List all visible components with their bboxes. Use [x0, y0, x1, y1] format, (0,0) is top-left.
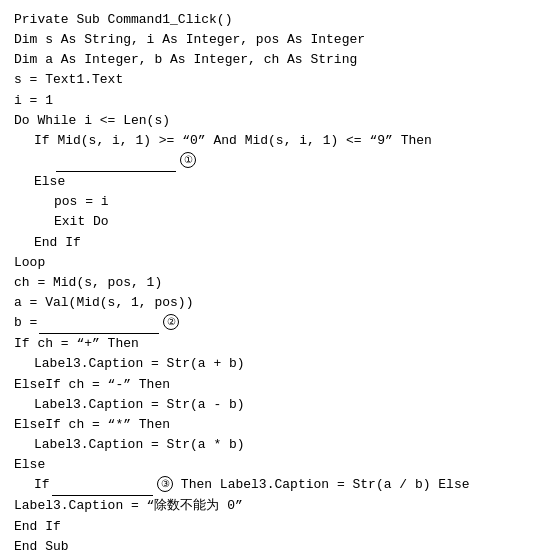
blank-field-1[interactable] [56, 151, 176, 172]
line-20: Label3.Caption = Str(a - b) [14, 395, 546, 415]
line-13: Loop [14, 253, 546, 273]
blank-field-2[interactable] [39, 313, 159, 334]
line-10: pos = i [14, 192, 546, 212]
line-26: End If [14, 517, 546, 537]
code-container: Private Sub Command1_Click() Dim s As St… [14, 10, 546, 557]
line-14: ch = Mid(s, pos, 1) [14, 273, 546, 293]
line-23: Else [14, 455, 546, 475]
line-4: s = Text1.Text [14, 70, 546, 90]
line-27: End Sub [14, 537, 546, 557]
line-22: Label3.Caption = Str(a * b) [14, 435, 546, 455]
line-19: ElseIf ch = “-” Then [14, 375, 546, 395]
line-7: If Mid(s, i, 1) >= “0” And Mid(s, i, 1) … [14, 131, 546, 151]
line-5: i = 1 [14, 91, 546, 111]
circle-1: ① [180, 152, 196, 168]
line-1: Private Sub Command1_Click() [14, 10, 546, 30]
circle-3: ③ [157, 476, 173, 492]
blank-line-1: ① [14, 151, 546, 172]
line-15: a = Val(Mid(s, 1, pos)) [14, 293, 546, 313]
line-17: If ch = “+” Then [14, 334, 546, 354]
line-2: Dim s As String, i As Integer, pos As In… [14, 30, 546, 50]
circle-2: ② [163, 314, 179, 330]
blank-field-3[interactable] [52, 475, 153, 496]
line-9: Else [14, 172, 546, 192]
line-25: Label3.Caption = “除数不能为 0” [14, 496, 546, 516]
line-21: ElseIf ch = “*” Then [14, 415, 546, 435]
line-11: Exit Do [14, 212, 546, 232]
line-6: Do While i <= Len(s) [14, 111, 546, 131]
line-3: Dim a As Integer, b As Integer, ch As St… [14, 50, 546, 70]
blank-line-2: b = ② [14, 313, 546, 334]
line-18: Label3.Caption = Str(a + b) [14, 354, 546, 374]
blank-line-3: If ③ Then Label3.Caption = Str(a / b) El… [14, 475, 546, 496]
line-12: End If [14, 233, 546, 253]
